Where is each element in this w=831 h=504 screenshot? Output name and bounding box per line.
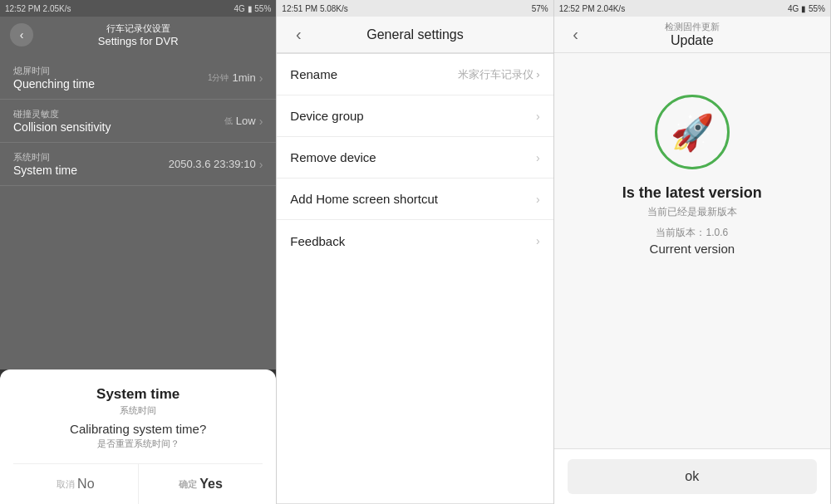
row-right-rename: 米家行车记录仪 › [458, 67, 540, 82]
rocket-icon: 🚀 [671, 112, 714, 153]
general-row-rename[interactable]: Rename 米家行车记录仪 › [277, 54, 553, 95]
value-en-systime: 2050.3.6 23:39:10 [169, 158, 256, 170]
panel-dvr-settings: 12:52 PM 2.05K/s 4G ▮ 55% ‹ 行车记录仪设置 Sett… [0, 0, 277, 504]
cancel-cn: 取消 [57, 478, 75, 491]
back-button-3[interactable]: ‹ [564, 25, 588, 44]
row-label-home-shortcut: Add Home screen shortcut [290, 192, 438, 206]
value-group-quench: 1分钟 1min › [208, 71, 263, 85]
dialog-msg-en: Calibrating system time? [70, 422, 206, 436]
label-en-quench: Quenching time [13, 77, 95, 91]
nav-bar-2: ‹ General settings [277, 17, 553, 53]
dialog-overlay: System time 系统时间 Calibrating system time… [0, 369, 276, 504]
confirm-en: Yes [199, 477, 223, 492]
chevron-remove-device: › [536, 151, 540, 164]
update-version-en: Current version [650, 242, 735, 256]
panel-update: 12:52 PM 2.04K/s 4G ▮ 55% ‹ 检测固件更新 Updat… [554, 0, 831, 504]
back-button-1[interactable]: ‹ [10, 23, 33, 46]
update-content: 🚀 Is the latest version 当前已经是最新版本 当前版本：1… [554, 53, 830, 448]
row-right-device-group: › [536, 110, 540, 123]
dialog-msg-cn: 是否重置系统时间？ [97, 438, 179, 450]
general-row-feedback[interactable]: Feedback › [277, 220, 553, 262]
chevron-systime: › [259, 158, 263, 171]
nav-title-2: General settings [310, 27, 519, 42]
status-left-2: 12:51 PM 5.08K/s [282, 4, 348, 13]
row-right-remove-device: › [536, 151, 540, 164]
value-cn-collision: 低 [224, 115, 233, 127]
chevron-home-shortcut: › [536, 193, 540, 206]
confirm-button[interactable]: 确定 Yes [139, 464, 263, 504]
status-bar-3: 12:52 PM 2.04K/s 4G ▮ 55% [554, 0, 830, 17]
update-title-cn: 当前已经是最新版本 [647, 205, 737, 219]
row-label-feedback: Feedback [290, 234, 345, 248]
chevron-quench: › [259, 71, 263, 85]
row-label-device-group: Device group [290, 109, 363, 123]
update-version-cn: 当前版本：1.0.6 [656, 226, 728, 240]
nav-title-1: 行车记录仪设置 Settings for DVR [33, 22, 243, 47]
status-bar-2: 12:51 PM 5.08K/s 57% [277, 0, 553, 17]
panel-3-footer: ok [554, 448, 830, 504]
chevron-collision: › [259, 115, 263, 128]
setting-row-collision[interactable]: 碰撞灵敏度 Collision sensitivity 低 Low › [0, 100, 276, 143]
rocket-circle: 🚀 [655, 95, 730, 169]
nav-title-cn-1: 行车记录仪设置 [33, 22, 243, 35]
general-row-remove-device[interactable]: Remove device › [277, 137, 553, 179]
row-label-rename: Rename [290, 67, 337, 81]
confirm-cn: 确定 [179, 478, 197, 491]
row-right-home-shortcut: › [536, 193, 540, 206]
label-group-quench: 熄屏时间 Quenching time [13, 65, 95, 91]
value-en-quench: 1min [232, 71, 255, 84]
chevron-feedback: › [536, 234, 540, 247]
label-cn-quench: 熄屏时间 [13, 65, 95, 77]
status-right-2: 57% [532, 4, 548, 13]
status-right-1: 4G ▮ 55% [234, 4, 271, 13]
cancel-button[interactable]: 取消 No [13, 464, 139, 504]
update-title-en: Is the latest version [622, 184, 762, 202]
general-row-device-group[interactable]: Device group › [277, 95, 553, 137]
cancel-en: No [77, 477, 94, 492]
value-cn-quench: 1分钟 [208, 72, 229, 84]
general-list: Rename 米家行车记录仪 › Device group › Remove d… [277, 53, 553, 504]
label-group-systime: 系统时间 System time [13, 151, 77, 177]
value-en-collision: Low [236, 115, 256, 127]
value-group-collision: 低 Low › [224, 115, 263, 128]
panel-general-settings: 12:51 PM 5.08K/s 57% ‹ General settings … [277, 0, 553, 504]
dialog-buttons: 取消 No 确定 Yes [13, 463, 263, 504]
back-button-2[interactable]: ‹ [287, 25, 310, 44]
row-right-feedback: › [536, 234, 540, 247]
status-right-3: 4G ▮ 55% [788, 4, 825, 13]
label-cn-systime: 系统时间 [13, 151, 77, 164]
label-group-collision: 碰撞灵敏度 Collision sensitivity [13, 108, 111, 134]
value-group-systime: 2050.3.6 23:39:10 › [169, 158, 263, 171]
setting-row-quench[interactable]: 熄屏时间 Quenching time 1分钟 1min › [0, 56, 276, 100]
general-row-home-shortcut[interactable]: Add Home screen shortcut › [277, 179, 553, 220]
status-left-1: 12:52 PM 2.05K/s [5, 4, 71, 13]
row-value-rename: 米家行车记录仪 › [458, 67, 540, 82]
nav-bar-1: ‹ 行车记录仪设置 Settings for DVR [0, 17, 276, 53]
nav-title-en-1: Settings for DVR [33, 35, 243, 47]
label-en-systime: System time [13, 164, 77, 177]
dialog-title-cn: 系统时间 [120, 404, 156, 417]
label-en-collision: Collision sensitivity [13, 120, 111, 134]
row-label-remove-device: Remove device [290, 150, 376, 164]
nav-title-3: 检测固件更新 Update [588, 21, 797, 48]
nav-bar-3: ‹ 检测固件更新 Update [554, 17, 830, 53]
nav-title-en-3: Update [588, 33, 797, 48]
chevron-device-group: › [536, 110, 540, 123]
status-left-3: 12:52 PM 2.04K/s [559, 4, 626, 13]
dialog-content: System time 系统时间 Calibrating system time… [0, 369, 276, 504]
dialog-title-en: System time [96, 386, 179, 403]
setting-row-systime[interactable]: 系统时间 System time 2050.3.6 23:39:10 › [0, 143, 276, 186]
nav-title-cn-3: 检测固件更新 [588, 21, 797, 33]
ok-button[interactable]: ok [568, 459, 817, 494]
status-bar-1: 12:52 PM 2.05K/s 4G ▮ 55% [0, 0, 276, 17]
label-cn-collision: 碰撞灵敏度 [13, 108, 111, 120]
